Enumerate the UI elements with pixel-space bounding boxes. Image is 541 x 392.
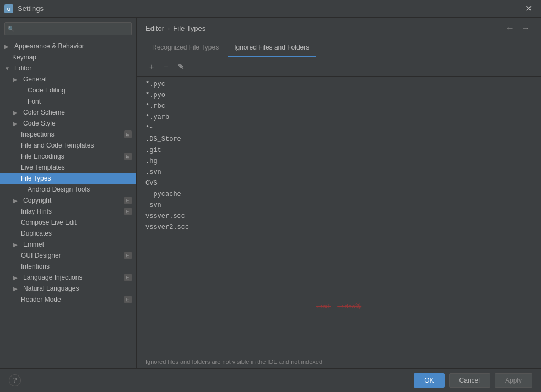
sidebar-item-label: Reader Mode bbox=[21, 296, 61, 303]
main-content: ▶Appearance & BehaviorKeymap▼Editor▶Gene… bbox=[0, 18, 541, 368]
apply-button[interactable]: Apply bbox=[495, 373, 532, 388]
arrow-icon: ▶ bbox=[13, 286, 21, 292]
arrow-icon: ▶ bbox=[13, 198, 21, 204]
list-item[interactable]: .svn bbox=[137, 167, 541, 178]
tab-content: + − ✎ *.pyc*.pyo*.rbc*.yarb*~.DS_Store.g… bbox=[137, 57, 541, 368]
sidebar-item-keymap[interactable]: Keymap bbox=[0, 52, 136, 63]
sidebar-item-general[interactable]: ▶General bbox=[0, 74, 136, 85]
sidebar-item-intentions[interactable]: Intentions bbox=[0, 261, 136, 272]
sidebar-item-label: Android Design Tools bbox=[28, 186, 90, 193]
cancel-button[interactable]: Cancel bbox=[449, 373, 490, 388]
app-icon: U bbox=[4, 4, 13, 13]
tab-recognized[interactable]: Recognized File Types bbox=[145, 39, 225, 57]
breadcrumb-parent: Editor bbox=[145, 24, 164, 32]
sidebar-item-file-encodings[interactable]: File Encodings⊟ bbox=[0, 151, 136, 162]
list-item[interactable]: CVS bbox=[137, 178, 541, 189]
sidebar: ▶Appearance & BehaviorKeymap▼Editor▶Gene… bbox=[0, 18, 137, 368]
breadcrumb-nav: ← → bbox=[504, 22, 532, 34]
sidebar-item-font[interactable]: Font bbox=[0, 96, 136, 107]
sidebar-item-duplicates[interactable]: Duplicates bbox=[0, 228, 136, 239]
back-button[interactable]: ← bbox=[504, 22, 517, 34]
breadcrumb-current: File Types bbox=[173, 24, 205, 32]
status-bar: Ignored files and folders are not visibl… bbox=[137, 355, 541, 368]
settings-badge-icon: ⊟ bbox=[124, 130, 132, 138]
sidebar-item-copyright[interactable]: ▶Copyright⊟ bbox=[0, 195, 136, 206]
sidebar-item-label: Inlay Hints bbox=[21, 208, 52, 215]
status-text: Ignored files and folders are not visibl… bbox=[145, 358, 322, 365]
sidebar-item-label: Language Injections bbox=[23, 274, 82, 281]
sidebar-item-inspections[interactable]: Inspections⊟ bbox=[0, 129, 136, 140]
list-item[interactable]: _svn bbox=[137, 200, 541, 211]
sidebar-item-editor[interactable]: ▼Editor bbox=[0, 63, 136, 74]
sidebar-item-label: File Types bbox=[21, 175, 51, 182]
sidebar-item-label: File and Code Templates bbox=[21, 141, 94, 149]
list-item[interactable]: *.rbc bbox=[137, 101, 541, 112]
sidebar-item-android-design-tools[interactable]: Android Design Tools bbox=[0, 184, 136, 195]
toolbar: + − ✎ bbox=[137, 57, 541, 77]
sidebar-item-emmet[interactable]: ▶Emmet bbox=[0, 239, 136, 250]
search-input[interactable] bbox=[4, 22, 132, 35]
sidebar-item-appearance-behavior[interactable]: ▶Appearance & Behavior bbox=[0, 41, 136, 52]
ok-button[interactable]: OK bbox=[414, 373, 444, 388]
sidebar-item-label: Natural Languages bbox=[23, 285, 79, 292]
footer-right: OK Cancel Apply bbox=[414, 373, 532, 388]
nav-tree: ▶Appearance & BehaviorKeymap▼Editor▶Gene… bbox=[0, 40, 136, 368]
drag-area: .iml .idea等 bbox=[316, 302, 361, 311]
drag-label-iml: .iml bbox=[316, 303, 331, 310]
close-button[interactable]: ✕ bbox=[521, 1, 537, 16]
tab-ignored[interactable]: Ignored Files and Folders bbox=[228, 39, 316, 57]
search-box bbox=[0, 18, 136, 40]
sidebar-item-live-templates[interactable]: Live Templates bbox=[0, 162, 136, 173]
list-item[interactable]: *~ bbox=[137, 123, 541, 134]
settings-window: U Settings ✕ ▶Appearance & BehaviorKeyma… bbox=[0, 0, 541, 392]
help-button[interactable]: ? bbox=[9, 374, 21, 386]
sidebar-item-label: Color Scheme bbox=[23, 108, 65, 116]
sidebar-item-label: GUI Designer bbox=[21, 252, 61, 259]
window-title: Settings bbox=[18, 4, 521, 13]
list-item[interactable]: *.yarb bbox=[137, 112, 541, 123]
add-button[interactable]: + bbox=[145, 61, 158, 73]
forward-button[interactable]: → bbox=[519, 22, 532, 34]
sidebar-item-label: Font bbox=[28, 97, 41, 105]
breadcrumb-separator: › bbox=[167, 24, 170, 32]
sidebar-item-label: Duplicates bbox=[21, 230, 52, 237]
sidebar-item-label: Intentions bbox=[21, 263, 50, 270]
list-item[interactable]: .git bbox=[137, 145, 541, 156]
search-wrap bbox=[4, 22, 132, 35]
list-item[interactable]: .DS_Store bbox=[137, 134, 541, 145]
breadcrumb: Editor › File Types bbox=[145, 24, 205, 32]
sidebar-item-inlay-hints[interactable]: Inlay Hints⊟ bbox=[0, 206, 136, 217]
remove-button[interactable]: − bbox=[160, 61, 172, 73]
list-item[interactable]: .hg bbox=[137, 156, 541, 167]
arrow-icon: ▶ bbox=[13, 275, 21, 281]
arrow-icon: ▶ bbox=[4, 43, 12, 50]
list-item[interactable]: *.pyo bbox=[137, 90, 541, 101]
sidebar-item-file-types[interactable]: File Types bbox=[0, 173, 136, 184]
footer: ? OK Cancel Apply bbox=[0, 368, 541, 392]
titlebar: U Settings ✕ bbox=[0, 0, 541, 18]
footer-left: ? bbox=[9, 374, 21, 386]
sidebar-item-color-scheme[interactable]: ▶Color Scheme bbox=[0, 107, 136, 118]
sidebar-item-label: Live Templates bbox=[21, 164, 65, 171]
sidebar-item-label: Copyright bbox=[23, 197, 51, 204]
sidebar-item-label: Emmet bbox=[23, 241, 44, 248]
sidebar-item-language-injections[interactable]: ▶Language Injections⊟ bbox=[0, 272, 136, 283]
list-item[interactable]: vssver2.scc bbox=[137, 222, 541, 233]
sidebar-item-code-editing[interactable]: Code Editing bbox=[0, 85, 136, 96]
list-item[interactable]: __pycache__ bbox=[137, 189, 541, 200]
drag-label-idea: .idea等 bbox=[337, 302, 361, 311]
settings-badge-icon: ⊟ bbox=[124, 274, 132, 281]
settings-badge-icon: ⊟ bbox=[124, 208, 132, 215]
list-item[interactable]: vssver.scc bbox=[137, 211, 541, 222]
list-item[interactable]: *.pyc bbox=[137, 79, 541, 90]
sidebar-item-file-and-code-templates[interactable]: File and Code Templates bbox=[0, 140, 136, 151]
sidebar-item-natural-languages[interactable]: ▶Natural Languages bbox=[0, 283, 136, 294]
tabs-bar: Recognized File Types Ignored Files and … bbox=[137, 39, 541, 57]
sidebar-item-label: General bbox=[23, 75, 47, 83]
edit-button[interactable]: ✎ bbox=[174, 61, 188, 73]
sidebar-item-compose-live-edit[interactable]: Compose Live Edit bbox=[0, 217, 136, 228]
sidebar-item-gui-designer[interactable]: GUI Designer⊟ bbox=[0, 250, 136, 261]
sidebar-item-label: File Encodings bbox=[21, 153, 64, 160]
sidebar-item-reader-mode[interactable]: Reader Mode⊟ bbox=[0, 294, 136, 305]
sidebar-item-code-style[interactable]: ▶Code Style bbox=[0, 118, 136, 129]
